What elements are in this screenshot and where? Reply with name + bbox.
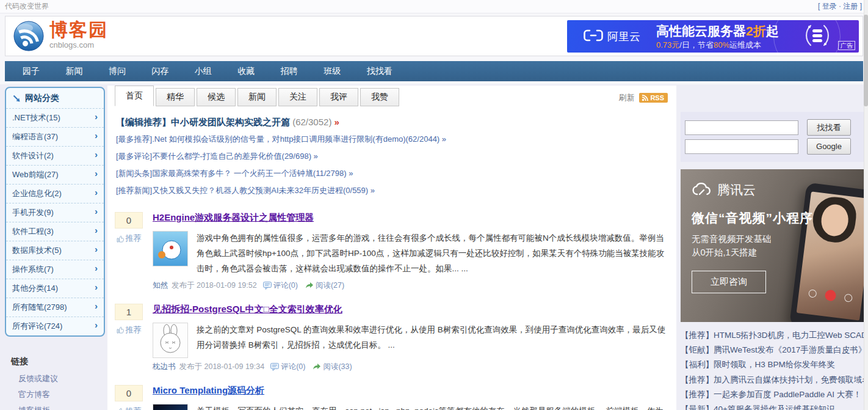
promo-link[interactable]: 【福利】限时领取，H3 BPM给你发年终奖 — [681, 357, 864, 372]
google-search-button[interactable]: Google — [807, 138, 851, 155]
digg-count: 1 — [115, 304, 143, 320]
chevron-right-icon: › — [95, 225, 98, 235]
sidebar-item-languages[interactable]: 编程语言(37)› — [6, 127, 104, 146]
left-sidebar: 网站分类 .NET技术(15)› 编程语言(37)› 软件设计(2)› Web前… — [5, 87, 105, 410]
sidebar-item-software-engineering[interactable]: 软件工程(3)› — [6, 222, 104, 241]
post-thumbnail[interactable] — [153, 231, 188, 266]
sidebar-item-dotnet[interactable]: .NET技术(15)› — [6, 108, 104, 127]
post-thumbnail[interactable] — [153, 404, 188, 410]
comment-bubble-icon — [263, 282, 272, 290]
aliyun-ad-text: 高性能云服务器2折起 0.73元/日，节省80%运维成本 — [656, 23, 779, 50]
sidebar-item-all-posts[interactable]: 所有随笔(2798)› — [6, 298, 104, 317]
content-tabs: 首页 精华 候选 新闻 关注 我评 我赞 刷新 RSS — [115, 88, 669, 106]
sidebar-item-mobile-dev[interactable]: 手机开发(9)› — [6, 203, 104, 222]
topbar: 代码改变世界 [ 登录 · 注册 ] — [0, 0, 868, 13]
comments-link[interactable]: 评论(0) — [270, 362, 305, 372]
nav-item-ing[interactable]: 闪存 — [140, 61, 180, 81]
tencent-ad-line2: 从0开始,1天搭建 — [692, 247, 864, 258]
editor-links: [最多推荐].Net 如何模拟会话级别的信号量，对http接口调用频率进行限制(… — [116, 131, 668, 199]
sidebar-item-os[interactable]: 操作系统(7)› — [6, 260, 104, 279]
author-link[interactable]: 知然 — [153, 280, 168, 291]
tab-following[interactable]: 关注 — [278, 88, 317, 106]
post-footer: 枕边书 发布于 2018-01-09 19:34 评论(0) — [153, 362, 669, 372]
nav-item-questions[interactable]: 博问 — [97, 61, 137, 81]
link-feedback[interactable]: 反馈或建议 — [18, 371, 105, 387]
tencent-cloud-ad[interactable]: 腾讯云 微信“音视频”小程序 无需音视频开发基础 从0开始,1天搭建 立即咨询 — [681, 169, 864, 322]
site-categories-panel: 网站分类 .NET技术(15)› 编程语言(37)› 软件设计(2)› Web前… — [5, 87, 105, 337]
sidebar-item-all-comments[interactable]: 所有评论(724)› — [6, 317, 104, 335]
aliyun-banner-ad[interactable]: 阿里云 高性能云服务器2折起 0.73元/日，节省80%运维成本 广告 — [567, 20, 859, 53]
search-panel: 找找看 Google — [681, 112, 864, 162]
rss-feed-icon — [642, 95, 648, 101]
nav-item-jobs[interactable]: 招聘 — [269, 61, 309, 81]
editor-link[interactable]: [最多推荐].Net 如何模拟会话级别的信号量，对http接口调用频率进行限制(… — [116, 131, 668, 148]
post-thumbnail[interactable] — [153, 323, 188, 358]
recommend-label: 推荐 — [126, 233, 142, 244]
headline-link[interactable]: 【编辑推荐】中小研发团队架构实践之开篇 — [116, 117, 290, 127]
nav-item-favorites[interactable]: 收藏 — [226, 61, 266, 81]
promo-link[interactable]: 【钜献】腾讯WeTest发布《2017手游质量白皮书》 — [681, 343, 864, 357]
refresh-link[interactable]: 刷新 — [618, 92, 634, 103]
tab-candidate[interactable]: 候选 — [197, 88, 236, 106]
scrollbar-track[interactable] — [864, 0, 868, 410]
sidebar-item-web-frontend[interactable]: Web前端(27)› — [6, 165, 104, 184]
recommend-button[interactable]: 推荐 — [115, 324, 143, 335]
editor-link[interactable]: [最多评论]不要什么都学-打造自己的差异化价值(29/698) » — [116, 148, 668, 165]
tab-my-diggs[interactable]: 我赞 — [360, 88, 399, 106]
findit-search-input[interactable] — [685, 120, 798, 135]
links-panel: 链接 反馈或建议 官方博客 博客模板 Java博客 C++博客 手机版 — [5, 356, 105, 410]
chevron-right-icon: › — [95, 282, 98, 292]
views-link[interactable]: 阅读(33) — [313, 362, 352, 372]
headline-count: (62/3052) — [290, 117, 331, 127]
post-title-link[interactable]: Micro Templating源码分析 — [153, 385, 264, 397]
tab-picked[interactable]: 精华 — [156, 88, 195, 106]
category-label: 软件工程(3) — [12, 227, 54, 236]
tab-my-comments[interactable]: 我评 — [319, 88, 358, 106]
sidebar-item-database[interactable]: 数据库技术(5)› — [6, 241, 104, 260]
nav-item-groups[interactable]: 小组 — [183, 61, 223, 81]
sub-price: 0.73元 — [656, 40, 679, 49]
login-link[interactable]: 登录 — [822, 2, 837, 10]
tab-home[interactable]: 首页 — [115, 86, 154, 106]
editor-link[interactable]: [推荐新闻]又快又贱又失控？机器人教父预测AI未来32年历史进程(0/559) … — [116, 182, 668, 199]
promo-link[interactable]: 【最新】40+篇服务器操作及运维基础知识 — [681, 402, 864, 410]
promo-link[interactable]: 【推荐】一起来参加百度 PaddlePaddle AI 大赛！ — [681, 387, 864, 402]
main-content: 首页 精华 候选 新闻 关注 我评 我赞 刷新 RSS 【编辑推荐】中小 — [107, 86, 676, 410]
consult-now-button[interactable]: 立即咨询 — [692, 271, 766, 293]
scrollbar-thumb[interactable] — [864, 15, 868, 106]
register-link[interactable]: 注册 — [843, 2, 858, 10]
rss-badge[interactable]: RSS — [639, 93, 668, 103]
views-link[interactable]: 阅读(27) — [305, 280, 344, 291]
sidebar-item-enterprise-it[interactable]: 企业信息化(2)› — [6, 184, 104, 203]
dot-separator: · — [839, 2, 841, 10]
right-sidebar: 找找看 Google — [681, 86, 864, 410]
logo-link[interactable]: 博客园 cnblogs.com — [13, 20, 108, 54]
promo-link[interactable]: 【推荐】HTML5拓扑3D机房，电力工控Web SCADA — [681, 328, 864, 343]
promo-link[interactable]: 【推荐】加入腾讯云自媒体扶持计划，免费领取域名 — [681, 373, 864, 387]
comments-link[interactable]: 评论(0) — [263, 280, 298, 291]
sidebar-item-other[interactable]: 其他分类(14)› — [6, 279, 104, 298]
recommend-button[interactable]: 推荐 — [115, 406, 143, 410]
sub-percent: 80% — [714, 40, 729, 49]
editor-link[interactable]: [新闻头条]国家最高殊荣有多牛？ 一个火药王一个活钟馗(11/2798) » — [116, 165, 668, 182]
sidebar-item-software-design[interactable]: 软件设计(2)› — [6, 146, 104, 165]
bracket: [ — [818, 2, 820, 10]
link-blog-templates[interactable]: 博客模板 — [18, 403, 105, 410]
author-link[interactable]: 枕边书 — [153, 362, 176, 372]
findit-search-button[interactable]: 找找看 — [807, 119, 851, 136]
aliyun-logo: 阿里云 — [583, 29, 640, 45]
read-arrow-icon — [313, 363, 321, 371]
aliyun-ad-subline: 0.73元/日，节省80%运维成本 — [656, 40, 779, 50]
google-search-input[interactable] — [685, 139, 798, 154]
nav-item-search[interactable]: 找找看 — [355, 61, 404, 81]
post-title-link[interactable]: 见招拆招-PostgreSQL中文□全文索引效率优化 — [153, 304, 342, 315]
link-official-blog[interactable]: 官方博客 — [18, 387, 105, 403]
nav-item-news[interactable]: 新闻 — [54, 61, 94, 81]
nav-item-garden[interactable]: 园子 — [11, 61, 51, 81]
tencent-brand-name: 腾讯云 — [717, 181, 756, 199]
tab-news[interactable]: 新闻 — [237, 88, 277, 106]
post-title-link[interactable]: H2Engine游戏服务器设计之属性管理器 — [153, 212, 314, 224]
recommend-button[interactable]: 推荐 — [115, 233, 143, 244]
nav-item-classes[interactable]: 班级 — [312, 61, 352, 81]
publish-time: 发布于 2018-01-09 19:52 — [172, 280, 257, 291]
